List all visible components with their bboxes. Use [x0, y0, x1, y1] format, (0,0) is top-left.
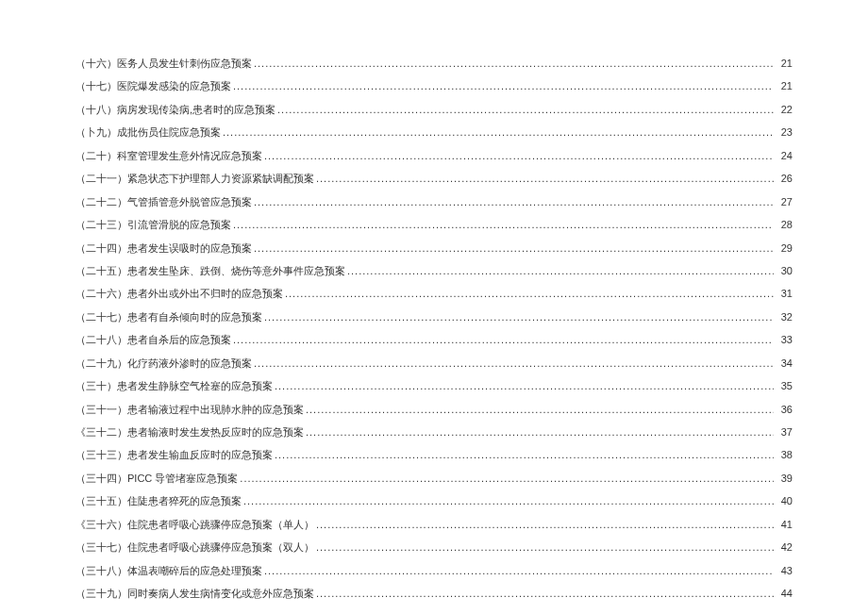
toc-entry: （二十七）患者有自杀倾向时的应急预案32 — [75, 310, 793, 325]
toc-entry: （三十）患者发生静脉空气栓塞的应急预案35 — [75, 379, 793, 394]
toc-entry: （二十四）患者发生误吸时的应急预案29 — [75, 241, 793, 257]
toc-dots — [285, 287, 774, 297]
toc-entry: （三十三）患者发生输血反应时的应急预案38 — [75, 448, 793, 463]
toc-entry-page: 44 — [776, 587, 793, 602]
toc-entry-page: 39 — [776, 472, 793, 487]
toc-dots — [264, 564, 774, 574]
toc-entry-title: （三十一）患者输液过程中出现肺水肿的应急预案 — [75, 403, 304, 418]
toc-entry-page: 37 — [776, 425, 793, 440]
toc-entry-page: 35 — [776, 379, 793, 394]
toc-entry: （二十一）紧急状态下护理部人力资源紧缺调配预案26 — [75, 172, 793, 187]
toc-dots — [233, 79, 774, 90]
toc-dots — [306, 403, 774, 413]
toc-entry-page: 42 — [776, 540, 793, 556]
toc-dots — [316, 540, 774, 551]
toc-dots — [254, 241, 774, 252]
toc-entry: （二十九）化疗药液外渗时的应急预案34 — [75, 357, 793, 372]
toc-entry-page: 29 — [776, 241, 793, 257]
toc-entry: （十六）医务人员发生针刺伤应急预案21 — [75, 57, 793, 72]
toc-entry-page: 31 — [776, 287, 793, 302]
toc-dots — [277, 103, 774, 113]
toc-dots — [306, 425, 774, 436]
toc-entry-title: （二十六）患者外出或外出不归时的应急预案 — [75, 287, 283, 302]
toc-entry-title: （二十一）紧急状态下护理部人力资源紧缺调配预案 — [75, 172, 314, 187]
toc-dots — [254, 57, 774, 67]
toc-entry-title: （三十）患者发生静脉空气栓塞的应急预案 — [75, 379, 273, 394]
toc-entry: （二十五）患者发生坠床、跌倒、烧伤等意外事件应急预案30 — [75, 264, 793, 279]
toc-entry: （卜九）成批伤员住院应急预案23 — [75, 125, 793, 141]
toc-entry-page: 27 — [776, 195, 793, 210]
toc-entry-title: （卜九）成批伤员住院应急预案 — [75, 125, 221, 141]
toc-entry: （二十八）患者自杀后的应急预案33 — [75, 333, 793, 348]
toc-entry-title: （二十九）化疗药液外渗时的应急预案 — [75, 357, 252, 372]
toc-dots — [275, 448, 774, 458]
toc-dots — [316, 518, 774, 528]
toc-entry: （二十六）患者外出或外出不归时的应急预案31 — [75, 287, 793, 302]
toc-entry-title: （十八）病房发现传染病,患者时的应急预案 — [75, 103, 275, 118]
toc-entry-page: 22 — [776, 103, 793, 118]
toc-entry-page: 41 — [776, 518, 793, 533]
toc-entry: （二十二）气管插管意外脱管应急预案27 — [75, 195, 793, 210]
toc-entry-page: 40 — [776, 494, 793, 509]
toc-entry: （二十三）引流管滑脱的应急预案28 — [75, 218, 793, 233]
toc-dots — [347, 264, 774, 274]
toc-entry-page: 21 — [776, 57, 793, 72]
toc-entry-title: （三十九）同时奏病人发生病情变化或意外应急预案 — [75, 587, 314, 602]
toc-entry-page: 24 — [776, 149, 793, 164]
toc-dots — [243, 494, 774, 505]
toc-entry: （十八）病房发现传染病,患者时的应急预案22 — [75, 103, 793, 118]
toc-entry-title: （二十四）患者发生误吸时的应急预案 — [75, 241, 252, 257]
toc-entry-page: 21 — [776, 79, 793, 94]
toc-dots — [233, 333, 774, 343]
toc-entry: （三十七）住院患者呼吸心跳骤停应急预案（双人）42 — [75, 540, 793, 556]
toc-entry-title: （二十八）患者自杀后的应急预案 — [75, 333, 231, 348]
toc-entry-title: （二十）科室管理发生意外情况应急预案 — [75, 149, 262, 164]
toc-entry-page: 36 — [776, 403, 793, 418]
toc-entry: 《三十六）住院患者呼吸心跳骤停应急预案（单人）41 — [75, 518, 793, 533]
toc-dots — [233, 218, 774, 228]
toc-entry-page: 26 — [776, 172, 793, 187]
toc-dots — [275, 379, 774, 390]
toc-entry-title: （三十八）体温表嘲碎后的应急处理预案 — [75, 564, 262, 579]
toc-entry: （三十九）同时奏病人发生病情变化或意外应急预案44 — [75, 587, 793, 602]
toc-entry-title: （二十五）患者发生坠床、跌倒、烧伤等意外事件应急预案 — [75, 264, 345, 279]
toc-entry-page: 33 — [776, 333, 793, 348]
toc-entry-page: 30 — [776, 264, 793, 279]
toc-dots — [223, 125, 774, 136]
toc-dots — [254, 357, 774, 367]
toc-entry-page: 28 — [776, 218, 793, 233]
toc-entry-title: 《三十六）住院患者呼吸心跳骤停应急预案（单人） — [75, 518, 314, 533]
toc-entry-page: 23 — [776, 125, 793, 141]
toc-entry-title: （二十七）患者有自杀倾向时的应急预案 — [75, 310, 262, 325]
toc-dots — [254, 195, 774, 206]
toc-entry: （十七）医院爆发感染的应急预案21 — [75, 79, 793, 94]
toc-entry-title: （二十三）引流管滑脱的应急预案 — [75, 218, 231, 233]
toc-entry-title: （十七）医院爆发感染的应急预案 — [75, 79, 231, 94]
toc-dots — [264, 310, 774, 321]
toc-entry-title: （三十五）住陡患者猝死的应急预案 — [75, 494, 242, 509]
toc-entry: （三十四）PICC 导管堵塞应急预案39 — [75, 472, 793, 487]
toc-entry: （三十八）体温表嘲碎后的应急处理预案43 — [75, 564, 793, 579]
toc-entry-page: 43 — [776, 564, 793, 579]
toc-entry: 《三十二）患者输液时发生发热反应时的应急预案37 — [75, 425, 793, 440]
toc-entry-title: （三十三）患者发生输血反应时的应急预案 — [75, 448, 273, 463]
toc-entry-page: 32 — [776, 310, 793, 325]
toc-entry-title: （二十二）气管插管意外脱管应急预案 — [75, 195, 252, 210]
toc-dots — [316, 172, 774, 182]
toc-dots — [240, 472, 774, 482]
toc-entry-page: 34 — [776, 357, 793, 372]
toc-entry: （三十一）患者输液过程中出现肺水肿的应急预案36 — [75, 403, 793, 418]
toc-entry-title: （十六）医务人员发生针刺伤应急预案 — [75, 57, 252, 72]
toc-entry: （二十）科室管理发生意外情况应急预案24 — [75, 149, 793, 164]
toc-entry-title: （三十四）PICC 导管堵塞应急预案 — [75, 472, 238, 487]
toc-entry-title: 《三十二）患者输液时发生发热反应时的应急预案 — [75, 425, 304, 440]
toc-dots — [264, 149, 774, 159]
toc-entry-page: 38 — [776, 448, 793, 463]
toc-entry-title: （三十七）住院患者呼吸心跳骤停应急预案（双人） — [75, 540, 314, 556]
toc-dots — [316, 587, 774, 597]
table-of-contents: （十六）医务人员发生针刺伤应急预案21（十七）医院爆发感染的应急预案21（十八）… — [75, 57, 793, 602]
toc-entry: （三十五）住陡患者猝死的应急预案40 — [75, 494, 793, 509]
